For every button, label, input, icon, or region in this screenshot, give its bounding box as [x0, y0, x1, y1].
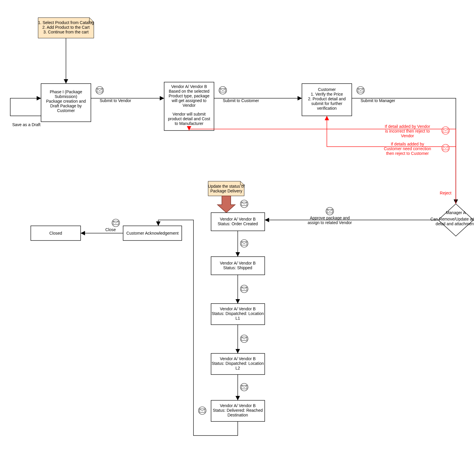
- box-shipped: Vendor A/ Vendor B Status: Shipped: [211, 257, 265, 275]
- box-order-created: Vendor A/ Vendor B Status: Order Created: [211, 213, 265, 231]
- svg-text:Customer Acknowledgement: Customer Acknowledgement: [126, 231, 179, 236]
- svg-text:Vendor A/ Vendor B: Vendor A/ Vendor B: [220, 306, 256, 311]
- svg-text:Vendor: Vendor: [401, 133, 414, 138]
- svg-text:Based on the selected: Based on the selected: [169, 89, 210, 94]
- svg-text:2. Product detail and: 2. Product detail and: [308, 96, 346, 101]
- mail-icon: [198, 407, 206, 414]
- box-phase1: Phase I (Package Submission) Package cre…: [41, 84, 91, 122]
- svg-text:L1: L1: [235, 316, 240, 321]
- svg-text:If detail added by Vendor: If detail added by Vendor: [385, 124, 430, 129]
- svg-text:If details added by: If details added by: [391, 142, 424, 146]
- svg-text:to Manufacturer: to Manufacturer: [175, 121, 203, 126]
- svg-text:Vendor A/ Vendor B: Vendor A/ Vendor B: [220, 403, 256, 408]
- svg-text:is incorrect then reject to: is incorrect then reject to: [385, 129, 430, 133]
- svg-text:Approve package and: Approve package and: [310, 216, 350, 220]
- svg-text:Customer need correction: Customer need correction: [384, 146, 431, 151]
- svg-text:L2: L2: [235, 366, 240, 370]
- svg-text:Phase I (Package: Phase I (Package: [50, 89, 82, 94]
- svg-text:Status: Order Created: Status: Order Created: [218, 221, 258, 226]
- svg-text:Status: Dispatched: Location: Status: Dispatched: Location: [212, 311, 264, 316]
- label-close: Close: [105, 227, 116, 232]
- box-vendor: Vendor A/ Vendor B Based on the selected…: [164, 82, 214, 131]
- svg-text:verification: verification: [317, 106, 337, 111]
- mail-icon: [219, 87, 227, 94]
- flow-diagram: 1. Select Product from Catalog 2. Add Pr…: [0, 0, 474, 476]
- svg-text:Status: Dispatched: Location: Status: Dispatched: Location: [212, 361, 264, 366]
- svg-text:Status: Delivered: Reached: Status: Delivered: Reached: [213, 408, 263, 413]
- box-dispatched-l1: Vendor A/ Vendor B Status: Dispatched: L…: [211, 304, 265, 325]
- mail-icon: [240, 240, 248, 247]
- svg-text:Closed: Closed: [49, 231, 62, 236]
- label-submit-manager: Submit to Manager: [361, 98, 395, 103]
- svg-text:2. Add Product to the Cart: 2. Add Product to the Cart: [42, 25, 89, 30]
- svg-text:Manager A: Manager A: [446, 210, 466, 215]
- box-ack: Customer Acknowledgement: [123, 226, 182, 240]
- box-delivered: Vendor A/ Vendor B Status: Delivered: Re…: [211, 400, 265, 421]
- mail-icon: [442, 127, 449, 134]
- mail-icon: [442, 144, 449, 152]
- mail-icon: [326, 207, 334, 215]
- svg-text:Vendor A/ Vendor B: Vendor A/ Vendor B: [171, 84, 207, 89]
- svg-text:Draft Package by: Draft Package by: [50, 104, 81, 108]
- box-customer: Customer 1. Verify the Price 2. Product …: [302, 84, 352, 116]
- svg-text:Status: Shipped: Status: Shipped: [223, 265, 252, 270]
- mail-icon: [112, 219, 120, 227]
- svg-text:assign to related Vendor: assign to related Vendor: [308, 220, 352, 225]
- svg-text:Package Delivery: Package Delivery: [210, 189, 242, 193]
- box-dispatched-l2: Vendor A/ Vendor B Status: Dispatched: L…: [211, 353, 265, 375]
- mail-icon: [240, 285, 248, 293]
- mail-icon: [357, 87, 364, 94]
- mail-icon: [240, 335, 248, 343]
- mail-icon: [240, 200, 248, 208]
- svg-text:Update the status of: Update the status of: [208, 184, 244, 189]
- svg-text:Vendor: Vendor: [183, 103, 196, 108]
- svg-text:1. Verify the Price: 1. Verify the Price: [311, 92, 343, 96]
- svg-text:Vendor A/ Vendor B: Vendor A/ Vendor B: [220, 217, 256, 221]
- svg-text:product detail and Cost: product detail and Cost: [168, 116, 210, 121]
- svg-text:will get assigned to: will get assigned to: [171, 98, 207, 103]
- svg-text:Package creation and: Package creation and: [46, 99, 86, 104]
- label-reject: Reject: [440, 191, 451, 195]
- svg-text:Customer: Customer: [318, 87, 336, 92]
- svg-text:detail and attachment.: detail and attachment.: [436, 221, 474, 226]
- svg-text:submit for further: submit for further: [311, 101, 342, 106]
- svg-text:Vendor will submit: Vendor will submit: [173, 112, 206, 116]
- svg-text:Destination: Destination: [227, 413, 248, 417]
- note-delivery: Update the status of Package Delivery: [208, 181, 244, 196]
- svg-text:then reject to Customer: then reject to Customer: [386, 151, 429, 156]
- svg-text:Submission): Submission): [55, 94, 77, 99]
- label-submit-vendor: Submit to Vendor: [100, 98, 131, 103]
- svg-text:1. Select Product from Catalog: 1. Select Product from Catalog: [38, 20, 94, 25]
- mail-icon: [96, 87, 103, 94]
- svg-text:Can Remove/Update added: Can Remove/Update added: [430, 217, 474, 221]
- svg-text:Vendor A/ Vendor B: Vendor A/ Vendor B: [220, 261, 256, 265]
- svg-text:3. Continue from the cart: 3. Continue from the cart: [43, 30, 89, 34]
- big-arrow-icon: [218, 196, 235, 213]
- label-save-draft: Save as a Draft: [12, 122, 41, 127]
- box-closed: Closed: [31, 226, 81, 240]
- note-catalog: 1. Select Product from Catalog 2. Add Pr…: [38, 18, 94, 38]
- svg-text:Customer: Customer: [57, 108, 75, 113]
- mail-icon: [240, 383, 248, 391]
- label-submit-customer: Submit to Customer: [223, 98, 259, 103]
- svg-text:Product type, package: Product type, package: [169, 94, 210, 98]
- svg-text:Vendor A/ Vendor B: Vendor A/ Vendor B: [220, 356, 256, 361]
